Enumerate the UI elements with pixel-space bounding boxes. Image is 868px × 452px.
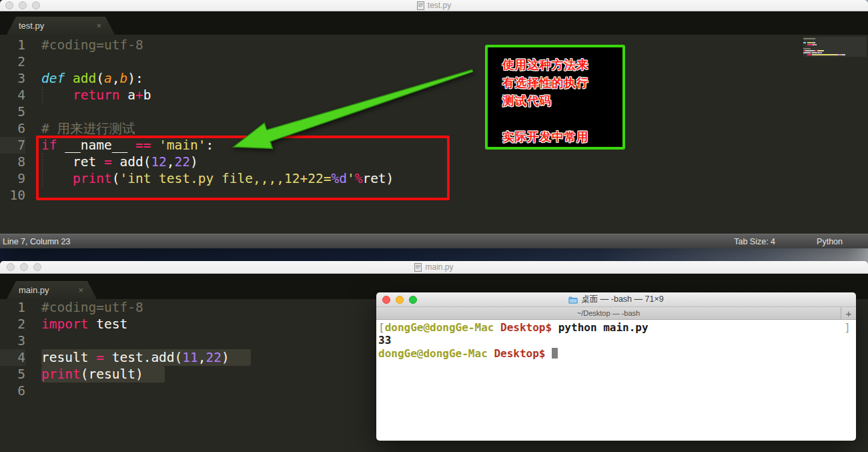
- line-number: 2: [0, 53, 25, 70]
- code-line: 6# 用来进行测试: [0, 120, 868, 137]
- terminal-line: 33: [378, 334, 855, 347]
- minimap-viewport: [803, 37, 867, 57]
- titlebar-test-py[interactable]: test.py: [0, 0, 868, 11]
- red-highlight-box: [36, 136, 450, 200]
- tab-bar: test.py ×: [0, 11, 868, 35]
- line-number: 6: [0, 383, 25, 399]
- line-number: 1: [0, 299, 25, 316]
- line-number: 6: [0, 120, 25, 137]
- terminal-tab-label: ~/Desktop — -bash: [577, 309, 640, 317]
- minimap[interactable]: [803, 38, 867, 205]
- line-number: 4: [0, 349, 25, 366]
- code-line: 3def add(a,b):: [0, 70, 868, 87]
- code-editor-test-py[interactable]: 1#coding=utf-823def add(a,b):4 return a+…: [0, 35, 868, 234]
- code-line: 4 return a+b: [0, 87, 868, 103]
- window-test-py: test.py test.py × 1#coding=utf-823def ad…: [0, 0, 868, 248]
- code-text: result = test.add(11,22): [41, 349, 251, 366]
- window-title: test.py: [0, 1, 868, 10]
- line-number: 3: [0, 332, 25, 349]
- desktop: test.py test.py × 1#coding=utf-823def ad…: [0, 0, 868, 452]
- terminal-window: 桌面 — -bash — 71×9 ~/Desktop — -bash + [d…: [376, 292, 856, 441]
- code-text: # 用来进行测试: [41, 120, 135, 137]
- code-text: return a+b: [41, 87, 151, 103]
- line-number: 3: [0, 70, 25, 87]
- annotation-callout-box: 使用这种方法来 有选择性的执行 测试代码 实际开发中常用: [485, 45, 625, 150]
- terminal-tab[interactable]: ~/Desktop — -bash: [376, 307, 841, 319]
- titlebar-main-py[interactable]: main.py: [0, 261, 868, 274]
- line-number: 4: [0, 87, 25, 103]
- code-text: #coding=utf-8: [41, 299, 143, 316]
- line-number: 5: [0, 103, 25, 120]
- line-number: 1: [0, 37, 25, 53]
- line-number: 2: [0, 316, 25, 332]
- line-number: 8: [0, 154, 25, 170]
- cursor-position-status: Line 7, Column 23: [3, 237, 70, 246]
- line-number: 9: [0, 170, 25, 187]
- tab-label: test.py: [7, 21, 44, 31]
- code-text: import test: [41, 316, 127, 332]
- close-traffic-light[interactable]: [5, 1, 13, 9]
- close-traffic-light[interactable]: [382, 296, 390, 304]
- terminal-tabbar: ~/Desktop — -bash +: [376, 307, 856, 320]
- code-text: print(result): [41, 366, 165, 383]
- line-number: 7: [0, 137, 25, 154]
- terminal-mark: ]: [844, 321, 851, 334]
- code-text: def add(a,b):: [41, 70, 143, 87]
- terminal-cursor: [552, 348, 558, 359]
- tab-close-icon[interactable]: ×: [96, 21, 101, 31]
- terminal-titlebar[interactable]: 桌面 — -bash — 71×9: [376, 292, 856, 307]
- folder-icon: [568, 296, 578, 304]
- close-traffic-light[interactable]: [7, 263, 15, 271]
- code-text: #coding=utf-8: [41, 37, 143, 53]
- window-title-text: main.py: [425, 262, 453, 272]
- syntax-status[interactable]: Python: [817, 237, 843, 246]
- code-line: 1#coding=utf-8: [0, 37, 868, 53]
- annotation-text: 测试代码: [502, 93, 622, 111]
- line-number: 10: [0, 187, 25, 204]
- minimize-traffic-light[interactable]: [20, 263, 28, 271]
- plus-icon: +: [846, 308, 852, 319]
- window-title: main.py: [0, 262, 868, 272]
- terminal-content[interactable]: [dongGe@dongGe-Mac Desktop$ python main.…: [376, 320, 856, 441]
- tab-close-icon[interactable]: ×: [78, 285, 83, 295]
- zoom-traffic-light[interactable]: [32, 1, 40, 9]
- tab-size-status[interactable]: Tab Size: 4: [734, 237, 775, 246]
- document-icon: [417, 1, 424, 10]
- terminal-title-text: 桌面 — -bash — 71×9: [581, 294, 663, 305]
- code-line: 2: [0, 53, 868, 70]
- status-bar: Line 7, Column 23 Tab Size: 4 Python: [0, 234, 868, 248]
- zoom-traffic-light[interactable]: [409, 296, 417, 304]
- window-title-text: test.py: [428, 1, 451, 10]
- terminal-title: 桌面 — -bash — 71×9: [376, 294, 856, 305]
- terminal-line: [dongGe@dongGe-Mac Desktop$ python main.…: [378, 321, 855, 334]
- zoom-traffic-light[interactable]: [33, 263, 41, 271]
- line-number: 5: [0, 366, 25, 383]
- terminal-line: dongGe@dongGe-Mac Desktop$: [378, 347, 855, 360]
- minimize-traffic-light[interactable]: [19, 1, 27, 9]
- annotation-text: 有选择性的执行: [502, 75, 622, 93]
- document-icon: [414, 263, 422, 272]
- code-line: 5: [0, 103, 868, 120]
- tab-label: main.py: [7, 285, 49, 295]
- new-tab-button[interactable]: +: [841, 307, 856, 319]
- annotation-text: [502, 111, 622, 129]
- minimize-traffic-light[interactable]: [396, 296, 404, 304]
- tab-test-py[interactable]: test.py ×: [7, 17, 115, 35]
- annotation-text: 使用这种方法来: [502, 57, 622, 75]
- tab-main-py[interactable]: main.py ×: [7, 281, 97, 299]
- annotation-text: 实际开发中常用: [502, 129, 622, 147]
